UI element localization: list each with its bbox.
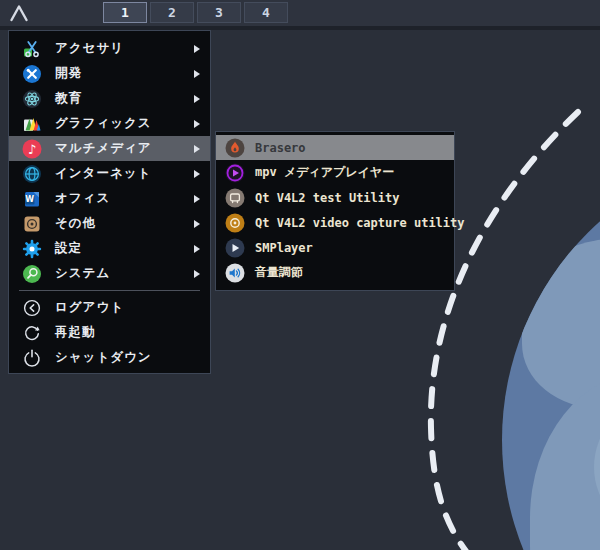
menu-item-system[interactable]: システム [9, 261, 210, 286]
menu-separator [19, 290, 200, 291]
graphics-triangles-icon [21, 113, 42, 134]
menu-item-label: 再起動 [55, 324, 200, 341]
submenu-item-qt-v4l2-test[interactable]: Qt V4L2 test Utility [216, 185, 454, 210]
menu-item-label: グラフィックス [55, 115, 194, 132]
submenu-item-brasero[interactable]: Brasero [216, 135, 454, 160]
tv-icon [224, 187, 245, 208]
menu-item-label: 開発 [55, 65, 194, 82]
globe-icon [21, 163, 42, 184]
workspace-button-2[interactable]: 2 [150, 2, 194, 23]
workspace-button-1[interactable]: 1 [103, 2, 147, 23]
menu-item-restart[interactable]: 再起動 [9, 320, 210, 345]
restart-icon [21, 322, 42, 343]
brasero-flame-icon [224, 137, 245, 158]
planet-continent [522, 239, 600, 409]
submenu-arrow-icon [194, 145, 200, 153]
application-menu: アクセサリ 開発 [8, 30, 211, 374]
menu-item-graphics[interactable]: グラフィックス [9, 111, 210, 136]
submenu-arrow-icon [194, 70, 200, 78]
submenu-arrow-icon [194, 95, 200, 103]
menu-item-education[interactable]: 教育 [9, 86, 210, 111]
gear-icon [21, 238, 42, 259]
submenu-arrow-icon [194, 270, 200, 278]
speaker-icon [224, 262, 245, 283]
menu-item-label: インターネット [55, 165, 194, 182]
music-note-icon: ♪ [21, 138, 42, 159]
menu-item-label: 教育 [55, 90, 194, 107]
menu-item-office[interactable]: W オフィス [9, 186, 210, 211]
play-icon [224, 237, 245, 258]
menu-item-label: オフィス [55, 190, 194, 207]
submenu-item-label: mpv メディアプレイヤー [255, 164, 394, 181]
submenu-item-label: Qt V4L2 test Utility [255, 191, 400, 205]
multimedia-submenu: Brasero mpv メディアプレイヤー Qt V4L2 test Utili… [215, 131, 455, 291]
submenu-item-label: Qt V4L2 video capture utility [255, 216, 465, 230]
menu-item-internet[interactable]: インターネット [9, 161, 210, 186]
menu-item-accessories[interactable]: アクセサリ [9, 36, 210, 61]
menu-item-label: 設定 [55, 240, 194, 257]
power-icon [21, 347, 42, 368]
menu-item-multimedia[interactable]: ♪ マルチメディア [9, 136, 210, 161]
submenu-item-qt-v4l2-capture[interactable]: Qt V4L2 video capture utility [216, 210, 454, 235]
atom-icon [21, 88, 42, 109]
word-document-icon: W [21, 188, 42, 209]
menu-item-label: アクセサリ [55, 40, 194, 57]
menu-item-label: その他 [55, 215, 194, 232]
submenu-item-volume[interactable]: 音量調節 [216, 260, 454, 285]
package-icon [21, 213, 42, 234]
submenu-item-label: SMPlayer [255, 241, 313, 255]
menu-item-other[interactable]: その他 [9, 211, 210, 236]
top-bar: 1 2 3 4 [0, 0, 600, 30]
menu-item-label: システム [55, 265, 194, 282]
menu-item-logout[interactable]: ログアウト [9, 295, 210, 320]
submenu-arrow-icon [194, 245, 200, 253]
arcolinux-logo-icon [8, 3, 30, 23]
submenu-item-smplayer[interactable]: SMPlayer [216, 235, 454, 260]
submenu-arrow-icon [194, 195, 200, 203]
submenu-arrow-icon [194, 170, 200, 178]
svg-text:W: W [25, 195, 34, 204]
magnifier-icon [21, 263, 42, 284]
workspace-button-4[interactable]: 4 [244, 2, 288, 23]
mpv-play-icon [224, 162, 245, 183]
app-launcher-button[interactable] [8, 3, 30, 23]
submenu-item-mpv[interactable]: mpv メディアプレイヤー [216, 160, 454, 185]
menu-item-label: ログアウト [55, 299, 200, 316]
submenu-item-label: 音量調節 [255, 264, 303, 281]
submenu-item-label: Brasero [255, 141, 306, 155]
menu-item-settings[interactable]: 設定 [9, 236, 210, 261]
submenu-arrow-icon [194, 120, 200, 128]
logout-icon [21, 297, 42, 318]
submenu-arrow-icon [194, 220, 200, 228]
submenu-arrow-icon [194, 45, 200, 53]
scissors-icon [21, 38, 42, 59]
menu-item-development[interactable]: 開発 [9, 61, 210, 86]
workspace-button-3[interactable]: 3 [197, 2, 241, 23]
camera-reel-icon [224, 212, 245, 233]
planet-illustration [502, 147, 600, 550]
menu-item-label: マルチメディア [55, 140, 194, 157]
svg-text:♪: ♪ [27, 141, 35, 156]
menu-item-shutdown[interactable]: シャットダウン [9, 345, 210, 370]
dev-tools-icon [21, 63, 42, 84]
menu-item-label: シャットダウン [55, 349, 200, 366]
